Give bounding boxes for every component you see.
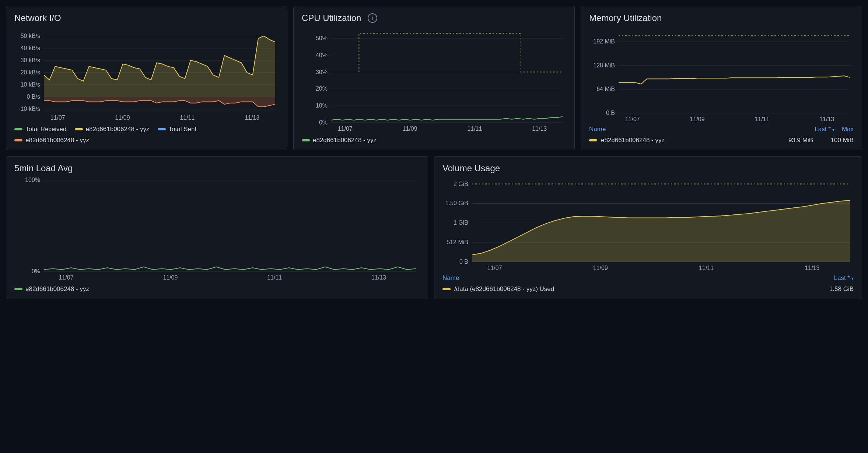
column-header-max[interactable]: Max: [842, 126, 854, 133]
legend-swatch: [14, 288, 22, 290]
legend-label: e82d661b006248 - yyz: [86, 126, 150, 133]
legend-item-total-received[interactable]: Total Received: [14, 126, 67, 133]
svg-text:11/09: 11/09: [593, 265, 608, 271]
legend-load: e82d661b006248 - yyz: [14, 285, 420, 293]
title-text: Volume Usage: [442, 163, 500, 173]
svg-text:128 MiB: 128 MiB: [593, 62, 615, 69]
volume-table-row[interactable]: /data (e82d661b006248 - yyz) Used 1.58 G…: [442, 285, 854, 293]
info-icon[interactable]: i: [368, 13, 377, 23]
svg-text:0 B/s: 0 B/s: [27, 94, 40, 100]
legend-label: e82d661b006248 - yyz: [25, 285, 89, 293]
svg-text:0 B: 0 B: [606, 110, 615, 116]
panel-title-load[interactable]: 5min Load Avg: [14, 163, 420, 173]
legend-item-total-sent[interactable]: Total Sent: [158, 126, 197, 133]
svg-text:11/11: 11/11: [755, 116, 769, 122]
chart-cpu[interactable]: 0%10%20%30%40%50%11/0711/0911/1111/13: [302, 26, 566, 133]
legend-swatch: [14, 128, 22, 130]
svg-text:1 GiB: 1 GiB: [454, 220, 468, 226]
svg-text:11/07: 11/07: [625, 116, 640, 122]
panel-network-io: Network I/O -10 kB/s0 B/s10 kB/s20 kB/s3…: [6, 6, 287, 150]
svg-text:11/11: 11/11: [699, 265, 714, 271]
svg-text:0 B: 0 B: [459, 259, 468, 265]
svg-text:30 kB/s: 30 kB/s: [21, 57, 40, 63]
svg-text:11/13: 11/13: [245, 115, 259, 121]
svg-text:11/13: 11/13: [819, 116, 834, 122]
column-header-name[interactable]: Name: [442, 274, 827, 282]
panel-title-cpu[interactable]: CPU Utilization i: [302, 13, 566, 23]
title-text: Memory Utilization: [589, 13, 662, 23]
legend-swatch: [442, 288, 451, 290]
svg-text:100%: 100%: [25, 177, 40, 183]
legend-label: Total Received: [25, 126, 67, 133]
legend-network: Total Received e82d661b006248 - yyz Tota…: [14, 126, 279, 144]
svg-text:-10 kB/s: -10 kB/s: [18, 106, 40, 112]
svg-text:512 MiB: 512 MiB: [447, 239, 468, 245]
panel-memory-utilization: Memory Utilization 0 B64 MiB128 MiB192 M…: [581, 6, 862, 150]
chart-memory[interactable]: 0 B64 MiB128 MiB192 MiB11/0711/0911/1111…: [589, 26, 854, 123]
legend-label: Total Sent: [169, 126, 197, 133]
svg-text:64 MiB: 64 MiB: [596, 86, 615, 92]
legend-swatch: [302, 139, 310, 141]
svg-text:30%: 30%: [316, 69, 328, 75]
svg-text:50%: 50%: [316, 35, 328, 41]
svg-text:11/11: 11/11: [467, 126, 482, 132]
svg-text:11/09: 11/09: [115, 115, 130, 121]
panel-cpu-utilization: CPU Utilization i 0%10%20%30%40%50%11/07…: [293, 6, 575, 150]
title-text: Network I/O: [14, 13, 61, 23]
chevron-down-icon: ▾: [851, 276, 854, 281]
svg-text:10 kB/s: 10 kB/s: [21, 81, 40, 88]
panel-title-volume[interactable]: Volume Usage: [442, 163, 854, 173]
svg-text:40 kB/s: 40 kB/s: [21, 45, 40, 51]
chart-network[interactable]: -10 kB/s0 B/s10 kB/s20 kB/s30 kB/s40 kB/…: [14, 26, 279, 122]
svg-text:11/13: 11/13: [805, 265, 819, 271]
svg-text:11/07: 11/07: [487, 265, 502, 271]
svg-text:11/11: 11/11: [180, 115, 195, 121]
svg-text:192 MiB: 192 MiB: [593, 38, 615, 45]
panel-title-network[interactable]: Network I/O: [14, 13, 279, 23]
volume-table-header: Name Last *▾: [442, 274, 854, 282]
svg-text:1.50 GiB: 1.50 GiB: [445, 200, 468, 206]
legend-item-load-instance[interactable]: e82d661b006248 - yyz: [14, 285, 89, 293]
chevron-down-icon: ▾: [832, 127, 834, 132]
legend-swatch: [589, 139, 597, 141]
svg-text:0%: 0%: [32, 268, 40, 274]
panel-load-avg: 5min Load Avg 0%100%11/0711/0911/1111/13…: [6, 156, 428, 299]
svg-text:2 GiB: 2 GiB: [454, 181, 468, 187]
legend-item-cpu-instance[interactable]: e82d661b006248 - yyz: [302, 137, 377, 144]
chart-volume[interactable]: 0 B512 MiB1 GiB1.50 GiB2 GiB11/0711/0911…: [442, 176, 854, 272]
svg-text:11/11: 11/11: [267, 274, 282, 281]
legend-label: e82d661b006248 - yyz: [313, 137, 377, 144]
chart-load[interactable]: 0%100%11/0711/0911/1111/13: [14, 176, 420, 282]
svg-text:20 kB/s: 20 kB/s: [21, 69, 40, 76]
legend-item-sent-instance[interactable]: e82d661b006248 - yyz: [14, 137, 89, 144]
panel-title-memory[interactable]: Memory Utilization: [589, 13, 854, 23]
legend-label: e82d661b006248 - yyz: [25, 137, 89, 144]
svg-text:11/07: 11/07: [338, 126, 353, 132]
svg-text:0%: 0%: [319, 119, 328, 126]
title-text: 5min Load Avg: [14, 163, 73, 173]
legend-swatch: [75, 128, 83, 130]
svg-text:11/07: 11/07: [59, 274, 74, 281]
memory-table-header: Name Last *▾ Max: [589, 126, 854, 133]
svg-text:11/09: 11/09: [402, 126, 417, 132]
row-last-value: 93.9 MiB: [780, 137, 813, 144]
svg-text:20%: 20%: [316, 85, 328, 92]
legend-swatch: [14, 139, 22, 141]
legend-item-received-instance[interactable]: e82d661b006248 - yyz: [75, 126, 150, 133]
row-max-value: 100 MiB: [820, 137, 854, 144]
svg-text:40%: 40%: [316, 52, 328, 58]
column-header-last[interactable]: Last *▾: [815, 126, 834, 133]
svg-text:11/09: 11/09: [163, 274, 178, 281]
title-text: CPU Utilization: [302, 13, 361, 23]
row-name: e82d661b006248 - yyz: [601, 137, 665, 144]
legend-cpu: e82d661b006248 - yyz: [302, 137, 566, 144]
svg-text:50 kB/s: 50 kB/s: [21, 33, 40, 39]
column-header-last[interactable]: Last *▾: [834, 274, 854, 282]
column-header-name[interactable]: Name: [589, 126, 807, 133]
row-name: /data (e82d661b006248 - yyz) Used: [454, 285, 554, 293]
memory-table-row[interactable]: e82d661b006248 - yyz 93.9 MiB 100 MiB: [589, 137, 854, 144]
legend-swatch: [158, 128, 166, 130]
svg-text:11/13: 11/13: [371, 274, 386, 281]
panel-volume-usage: Volume Usage 0 B512 MiB1 GiB1.50 GiB2 Gi…: [434, 156, 862, 299]
svg-text:11/09: 11/09: [690, 116, 704, 122]
